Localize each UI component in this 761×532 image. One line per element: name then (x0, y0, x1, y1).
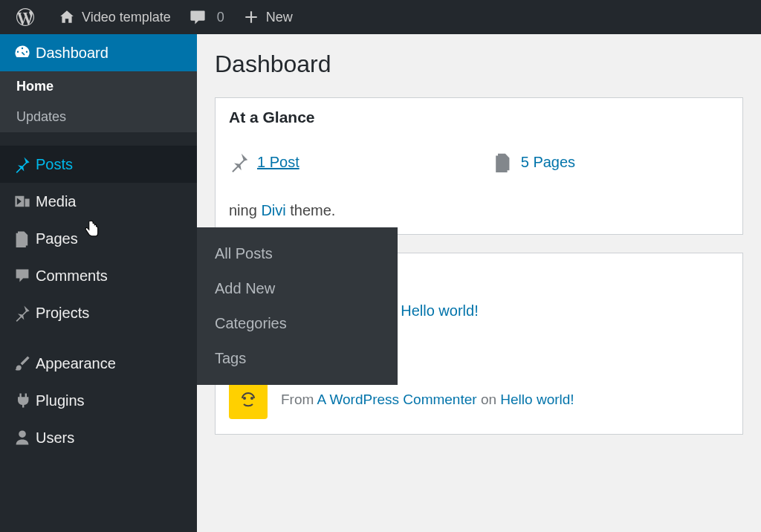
dashboard-submenu: Home Updates (0, 71, 197, 132)
post-title-link[interactable]: Hello world! (401, 302, 478, 319)
comment-icon (189, 8, 207, 26)
sidebar-item-plugins[interactable]: Plugins (0, 382, 197, 419)
sidebar-label: Pages (36, 230, 78, 247)
commenter-avatar (229, 380, 268, 419)
sidebar-label: Dashboard (36, 45, 109, 62)
sidebar-item-dashboard[interactable]: Dashboard (0, 34, 197, 71)
site-name: Video template (82, 10, 171, 25)
svg-point-2 (250, 397, 253, 400)
sidebar-label: Plugins (36, 392, 85, 409)
new-content-link[interactable]: New (233, 0, 302, 34)
flyout-tags[interactable]: Tags (197, 341, 398, 376)
sidebar-item-projects[interactable]: Projects (0, 294, 197, 331)
pages-count-link[interactable]: 5 Pages (521, 154, 575, 171)
sidebar-label: Posts (36, 156, 73, 173)
plug-icon (13, 392, 36, 409)
plus-icon (242, 8, 260, 26)
posts-flyout-menu: All Posts Add New Categories Tags (197, 227, 398, 385)
dashboard-icon (13, 44, 36, 62)
pages-icon (493, 152, 514, 172)
page-title: Dashboard (215, 51, 743, 78)
commenter-link[interactable]: A WordPress Commenter (317, 392, 477, 407)
sidebar-label: Projects (36, 305, 89, 322)
site-name-link[interactable]: Video template (49, 0, 180, 34)
sidebar-label: Users (36, 429, 74, 447)
svg-point-1 (243, 397, 246, 400)
pin-icon (13, 155, 36, 173)
sidebar-sub-updates[interactable]: Updates (0, 102, 197, 132)
sidebar-label: Comments (36, 267, 108, 285)
sidebar-label: Appearance (36, 355, 116, 372)
at-a-glance-box: At a Glance 1 Post 5 Pages ning Divi the (215, 97, 743, 235)
glance-posts: 1 Post (229, 152, 299, 172)
pin-icon (229, 152, 250, 172)
sidebar-sub-home[interactable]: Home (0, 71, 197, 102)
sidebar-label: Media (36, 193, 76, 210)
sidebar-item-posts[interactable]: Posts (0, 146, 197, 183)
sidebar-item-users[interactable]: Users (0, 419, 197, 456)
comment-text: From A WordPress Commenter on Hello worl… (281, 392, 574, 408)
comments-link[interactable]: 0 (180, 0, 233, 34)
posts-count-link[interactable]: 1 Post (257, 154, 299, 171)
flyout-all-posts[interactable]: All Posts (197, 236, 398, 271)
glance-heading: At a Glance (216, 98, 742, 137)
wordpress-icon (16, 8, 34, 26)
comment-post-link[interactable]: Hello world! (500, 392, 574, 407)
sidebar-item-media[interactable]: Media (0, 183, 197, 220)
svg-point-0 (235, 386, 262, 413)
sidebar-item-appearance[interactable]: Appearance (0, 345, 197, 382)
brush-icon (13, 354, 36, 372)
sidebar-item-comments[interactable]: Comments (0, 257, 197, 294)
pages-icon (13, 230, 36, 247)
admin-toolbar: Video template 0 New (0, 0, 761, 34)
theme-info: ning Divi theme. (229, 180, 729, 219)
flyout-add-new[interactable]: Add New (197, 271, 398, 306)
flyout-categories[interactable]: Categories (197, 306, 398, 341)
new-label: New (266, 10, 293, 25)
user-icon (13, 429, 36, 447)
wp-logo[interactable] (7, 0, 49, 34)
comments-icon (13, 267, 36, 285)
comment-count: 0 (217, 10, 224, 25)
home-icon (58, 8, 76, 26)
glance-pages: 5 Pages (493, 152, 575, 172)
sidebar-item-pages[interactable]: Pages (0, 220, 197, 257)
pin-icon (13, 304, 36, 322)
theme-link[interactable]: Divi (261, 202, 285, 218)
media-icon (13, 192, 36, 210)
admin-sidebar: Dashboard Home Updates Posts Media Pages… (0, 34, 197, 532)
